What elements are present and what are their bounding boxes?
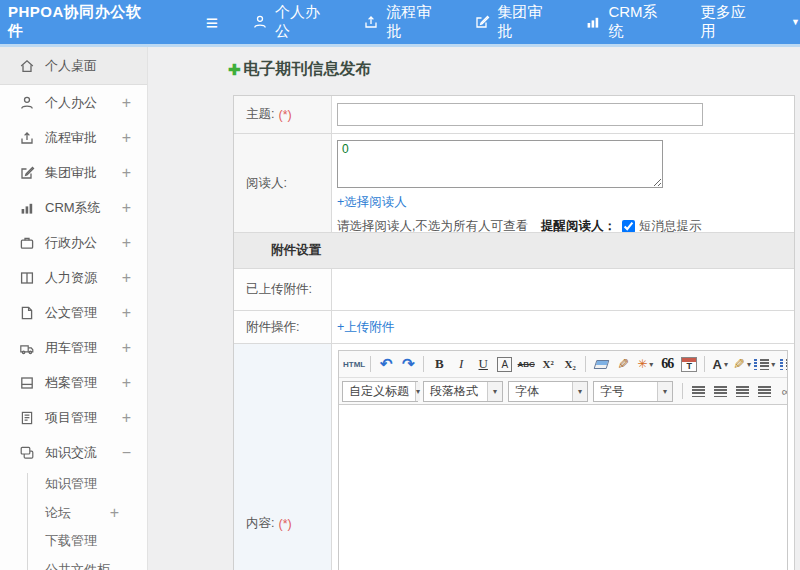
sidebar-item-crm[interactable]: CRM系统 + — [0, 190, 147, 225]
topnav-personal-office[interactable]: 个人办公 — [252, 3, 334, 41]
collapse-minus-icon[interactable]: − — [122, 444, 131, 462]
editor-justify-button[interactable] — [754, 380, 774, 402]
editor-paste-as-text-button[interactable]: T — [679, 353, 699, 375]
editor-paragraph-format-select[interactable]: 段落格式▾ — [423, 381, 503, 402]
editor-content-area[interactable] — [339, 405, 787, 570]
editor-font-color-button[interactable]: A▾ — [710, 353, 730, 375]
editor-font-family-select[interactable]: 字体▾ — [508, 381, 588, 402]
expand-plus-icon[interactable]: + — [122, 129, 131, 147]
sidebar-item-label: 个人办公 — [45, 94, 97, 112]
editor-autoformat-button[interactable]: ✳▾ — [635, 353, 655, 375]
sidebar-subitem-forum[interactable]: 论坛 + — [0, 499, 147, 528]
caret-down-icon: ▾ — [572, 382, 587, 401]
sms-remind-checkbox[interactable] — [622, 220, 635, 232]
sidebar-item-document-management[interactable]: 公文管理 + — [0, 295, 147, 330]
more-apps-caret-icon[interactable]: ▼ — [791, 17, 800, 27]
uploaded-attachments-row: 已上传附件: — [234, 269, 794, 311]
sidebar-item-personal-office[interactable]: 个人办公 + — [0, 85, 147, 120]
sidebar-item-label: 集团审批 — [45, 164, 97, 182]
expand-plus-icon[interactable]: + — [122, 234, 131, 252]
subject-input[interactable] — [337, 103, 703, 126]
sidebar-item-hr[interactable]: 人力资源 + — [0, 260, 147, 295]
upload-attachment-link[interactable]: +上传附件 — [337, 319, 394, 336]
page-title: ✚ 电子期刊信息发布 — [228, 59, 372, 80]
expand-plus-icon[interactable]: + — [122, 409, 131, 427]
sidebar-item-personal-desktop[interactable]: 个人桌面 — [0, 47, 147, 85]
content-label: 内容: (*) — [234, 344, 332, 570]
add-plus-icon: ✚ — [228, 61, 241, 79]
ordered-list-icon — [754, 359, 769, 370]
editor-align-right-button[interactable] — [732, 380, 752, 402]
sidebar-item-group-approval[interactable]: 集团审批 + — [0, 155, 147, 190]
caret-down-icon: ▾ — [649, 360, 653, 369]
subject-row: 主题: (*) — [234, 96, 794, 134]
editor-font-size-select[interactable]: 字号▾ — [593, 381, 673, 402]
editor-format-painter-button[interactable]: ✎ — [613, 353, 633, 375]
editor-italic-button[interactable]: I — [451, 353, 471, 375]
sidebar-item-workflow-approval[interactable]: 流程审批 + — [0, 120, 147, 155]
readers-textarea[interactable]: 0 — [337, 140, 663, 188]
editor-blockquote-button[interactable]: 66 — [657, 353, 677, 375]
sidebar-item-archive-management[interactable]: 档案管理 + — [0, 365, 147, 400]
editor-strikethrough-button[interactable]: ABC — [516, 353, 536, 375]
sidebar-subitem-knowledge-management[interactable]: 知识管理 — [0, 470, 147, 499]
editor-align-center-button[interactable] — [710, 380, 730, 402]
topnav-group-approval[interactable]: 集团审批 — [474, 3, 556, 41]
hamburger-menu-icon[interactable]: ≡ — [206, 12, 218, 33]
select-readers-link[interactable]: +选择阅读人 — [337, 195, 407, 209]
uploaded-attachments-label: 已上传附件: — [234, 269, 332, 310]
expand-plus-icon[interactable]: + — [122, 94, 131, 112]
expand-plus-icon[interactable]: + — [122, 304, 131, 322]
editor-superscript-button[interactable]: X² — [538, 353, 558, 375]
sidebar-item-admin-office[interactable]: 行政办公 + — [0, 225, 147, 260]
sidebar-item-label: 项目管理 — [45, 409, 97, 427]
app-logo: PHPOA协同办公软件 — [8, 3, 156, 41]
expand-plus-icon[interactable]: + — [122, 339, 131, 357]
editor-align-left-button[interactable] — [688, 380, 708, 402]
uploaded-attachments-empty — [332, 269, 794, 310]
truck-icon — [19, 340, 35, 356]
archive-icon — [19, 375, 35, 391]
topnav-more-apps[interactable]: 更多应用 — [701, 3, 760, 41]
editor-remove-format-button[interactable] — [591, 353, 611, 375]
editor-subscript-button[interactable]: X₂ — [560, 353, 580, 375]
editor-redo-button[interactable]: ↷ — [398, 353, 418, 375]
sidebar-subitem-download-management[interactable]: 下载管理 — [0, 527, 147, 556]
expand-plus-icon[interactable]: + — [122, 164, 131, 182]
editor-custom-title-select[interactable]: 自定义标题▾ — [342, 381, 418, 402]
editor-ordered-list-button[interactable]: ▾ — [754, 353, 775, 375]
editor-unordered-list-button[interactable] — [777, 353, 787, 375]
expand-plus-icon[interactable]: + — [122, 374, 131, 392]
attachment-section-header: 附件设置 — [234, 233, 794, 269]
sidebar-item-vehicle-management[interactable]: 用车管理 + — [0, 330, 147, 365]
required-mark: (*) — [278, 108, 291, 122]
caret-down-icon: ▾ — [657, 382, 672, 401]
unordered-list-icon — [780, 359, 787, 370]
main-content: ✚ 电子期刊信息发布 主题: (*) 阅读人: 0 — [149, 47, 800, 570]
editor-font-style-button[interactable]: A — [497, 357, 512, 372]
toolbar-separator — [370, 356, 371, 372]
topnav-workflow-approval[interactable]: 流程审批 — [363, 3, 445, 41]
editor-undo-button[interactable]: ↶ — [376, 353, 396, 375]
editor-insert-link-button[interactable]: ∞ — [776, 380, 787, 402]
sidebar-subitem-public-file-cabinet[interactable]: 公共文件柜 — [0, 556, 147, 570]
topbar: PHPOA协同办公软件 ≡ 个人办公 流程审批 集团审批 — [0, 0, 800, 47]
attachment-action-row: 附件操作: +上传附件 — [234, 311, 794, 344]
caret-down-icon: ▾ — [771, 360, 775, 369]
topnav-crm[interactable]: CRM系统 — [585, 3, 671, 41]
highlighter-icon: ✎ — [733, 356, 745, 372]
caret-down-icon: ▾ — [415, 382, 420, 401]
sms-remind-label: 短消息提示 — [639, 218, 702, 232]
editor-html-source-button[interactable]: HTML — [343, 353, 365, 375]
page-title-text: 电子期刊信息发布 — [244, 59, 372, 80]
editor-highlight-color-button[interactable]: ✎▾ — [732, 353, 752, 375]
expand-plus-icon[interactable]: + — [122, 199, 131, 217]
workflow-icon — [19, 130, 35, 146]
sidebar-item-project-management[interactable]: 项目管理 + — [0, 400, 147, 435]
expand-plus-icon[interactable]: + — [110, 504, 119, 522]
sidebar-item-knowledge-exchange[interactable]: 知识交流 − — [0, 435, 147, 470]
editor-underline-button[interactable]: U — [473, 353, 493, 375]
editor-bold-button[interactable]: B — [429, 353, 449, 375]
workflow-icon — [363, 14, 379, 30]
expand-plus-icon[interactable]: + — [122, 269, 131, 287]
